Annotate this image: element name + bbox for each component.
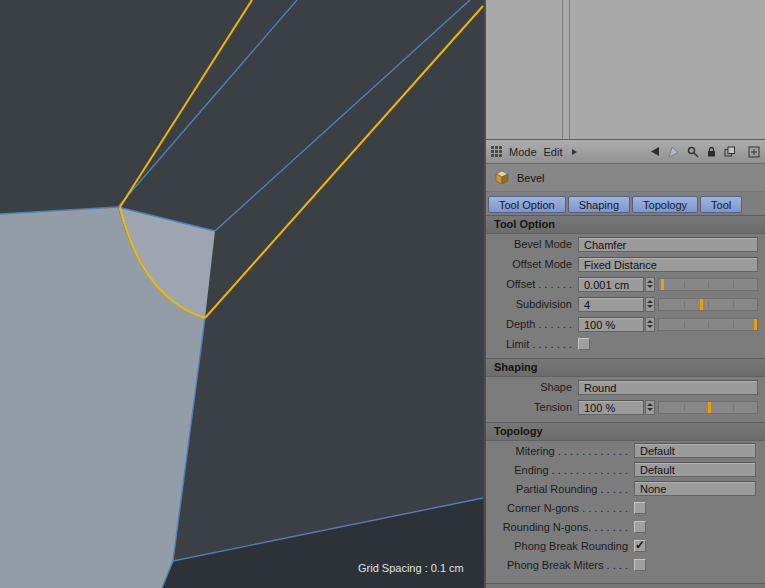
attr-row-phong-break-rounding: Phong Break Rounding (486, 536, 765, 555)
section-header-tool-option[interactable]: Tool Option (486, 215, 765, 234)
slider-tick (684, 301, 685, 308)
slider-tick (708, 281, 709, 288)
attr-row-corner-ngons: Corner N-gons . . . . . . . . (486, 498, 765, 517)
lock-icon[interactable] (706, 146, 717, 158)
limit-checkbox[interactable] (578, 338, 590, 350)
tension-input[interactable]: 100 % (578, 400, 644, 415)
bevel-cube-icon (494, 170, 510, 186)
bevel-mode-label: Bevel Mode (490, 238, 578, 250)
ending-dropdown[interactable]: Default (634, 462, 756, 477)
grid-spacing-status: Grid Spacing : 0.1 cm (358, 562, 464, 574)
slider-tick (684, 404, 685, 411)
add-panel-icon[interactable] (748, 146, 760, 158)
tension-slider[interactable] (658, 401, 758, 414)
slider-tick (684, 281, 685, 288)
offset-label: Offset . . . . . . (490, 278, 578, 290)
offset-mode-dropdown[interactable]: Fixed Distance (578, 257, 758, 272)
offset-slider[interactable] (658, 278, 758, 291)
slider-tick (733, 301, 734, 308)
tab-tool[interactable]: Tool (700, 196, 742, 213)
phong-break-miters-checkbox[interactable] (634, 559, 646, 571)
shape-label: Shape (490, 381, 578, 393)
slider-tick (733, 321, 734, 328)
attr-row-offset-mode: Offset Mode Fixed Distance (486, 254, 765, 274)
active-tool-header: Bevel (486, 164, 765, 192)
attr-row-offset: Offset . . . . . . 0.001 cm (486, 274, 765, 294)
attr-row-bevel-mode: Bevel Mode Chamfer (486, 234, 765, 254)
slider-tick (733, 404, 734, 411)
rounding-ngons-label: Rounding N-gons. . . . . . . (490, 521, 634, 533)
attr-row-partial-rounding: Partial Rounding . . . . . None (486, 479, 765, 498)
depth-label: Depth . . . . . . (490, 318, 578, 330)
application-window: Grid Spacing : 0.1 cm Mode Edit (0, 0, 765, 588)
subdivision-slider[interactable] (658, 298, 758, 311)
attr-row-tension: Tension 100 % (486, 397, 765, 417)
menu-arrow-icon[interactable] (570, 148, 578, 156)
edit-menu[interactable]: Edit (544, 146, 563, 158)
offset-mode-label: Offset Mode (490, 258, 578, 270)
attr-row-subdivision: Subdivision 4 (486, 294, 765, 314)
phong-break-rounding-label: Phong Break Rounding (490, 540, 634, 552)
section-header-tool[interactable]: Tool (486, 583, 765, 588)
duplicate-panel-icon[interactable] (724, 146, 736, 158)
slider-tick (733, 281, 734, 288)
section-header-topology[interactable]: Topology (486, 422, 765, 441)
tab-shaping[interactable]: Shaping (568, 196, 630, 213)
slider-marker[interactable] (708, 402, 711, 413)
ending-label: Ending . . . . . . . . . . . . . (490, 464, 634, 476)
history-forward-icon[interactable] (667, 146, 680, 158)
partial-rounding-label: Partial Rounding . . . . . (490, 483, 634, 495)
upper-panel-region[interactable] (486, 0, 765, 140)
rounding-ngons-checkbox[interactable] (634, 521, 646, 533)
subdivision-label: Subdivision (490, 298, 578, 310)
subdivision-spinner[interactable] (645, 297, 655, 312)
divider-line (569, 0, 570, 139)
slider-marker[interactable] (754, 319, 757, 330)
tab-tool-option[interactable]: Tool Option (488, 196, 566, 213)
tab-topology[interactable]: Topology (632, 196, 698, 213)
subdivision-input[interactable]: 4 (578, 297, 644, 312)
section-header-shaping[interactable]: Shaping (486, 358, 765, 377)
attr-row-depth: Depth . . . . . . 100 % (486, 314, 765, 334)
offset-spinner[interactable] (645, 277, 655, 292)
slider-marker[interactable] (700, 299, 703, 310)
corner-ngons-label: Corner N-gons . . . . . . . . (490, 502, 634, 514)
attr-row-phong-break-miters: Phong Break Miters . . . . (486, 555, 765, 574)
tension-spinner[interactable] (645, 400, 655, 415)
offset-input[interactable]: 0.001 cm (578, 277, 644, 292)
bevel-mode-dropdown[interactable]: Chamfer (578, 237, 758, 252)
attr-row-shape: Shape Round (486, 377, 765, 397)
corner-ngons-checkbox[interactable] (634, 502, 646, 514)
active-tool-name: Bevel (517, 172, 545, 184)
slider-tick (684, 321, 685, 328)
viewport-canvas[interactable]: Grid Spacing : 0.1 cm (0, 0, 484, 588)
depth-slider[interactable] (658, 318, 758, 331)
attr-row-rounding-ngons: Rounding N-gons. . . . . . . (486, 517, 765, 536)
history-back-icon[interactable] (649, 146, 660, 157)
attr-row-mitering: Mitering . . . . . . . . . . . . Default (486, 441, 765, 460)
depth-spinner[interactable] (645, 317, 655, 332)
slider-marker[interactable] (661, 279, 664, 290)
slider-tick (708, 301, 709, 308)
search-icon[interactable] (687, 146, 699, 158)
mitering-label: Mitering . . . . . . . . . . . . (490, 445, 634, 457)
mode-bar: Mode Edit (486, 140, 765, 164)
tension-label: Tension (490, 401, 578, 413)
attribute-manager-panel: Mode Edit (484, 0, 765, 588)
tab-bar: Tool Option Shaping Topology Tool (486, 192, 765, 213)
partial-rounding-dropdown[interactable]: None (634, 481, 756, 496)
phong-break-miters-label: Phong Break Miters . . . . (490, 559, 634, 571)
divider-line (562, 0, 563, 139)
slider-tick (708, 321, 709, 328)
mode-menu[interactable]: Mode (509, 146, 537, 158)
mitering-dropdown[interactable]: Default (634, 443, 756, 458)
limit-label: Limit . . . . . . . (490, 338, 578, 350)
depth-input[interactable]: 100 % (578, 317, 644, 332)
grid-icon[interactable] (491, 146, 502, 157)
viewport[interactable]: Grid Spacing : 0.1 cm (0, 0, 484, 588)
phong-break-rounding-checkbox[interactable] (634, 540, 646, 552)
attr-row-limit: Limit . . . . . . . (486, 334, 765, 354)
attr-row-ending: Ending . . . . . . . . . . . . . Default (486, 460, 765, 479)
shape-dropdown[interactable]: Round (578, 380, 758, 395)
